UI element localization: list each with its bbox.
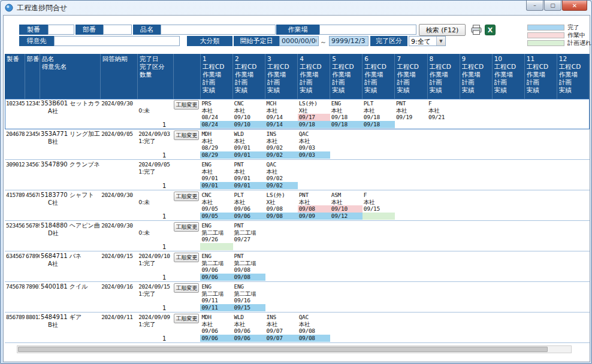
kanryo-kubun-value: 1:完了: [137, 290, 173, 298]
hinmei-input[interactable]: [161, 25, 276, 35]
process-cd: INS: [265, 314, 298, 321]
kaito-noki-value: 2024/09/11: [100, 314, 137, 321]
process-cell: [524, 160, 557, 190]
kanryobi-value: 2024/09/15: [137, 283, 173, 290]
search-button[interactable]: 検索 (F12): [419, 24, 466, 36]
buban-input[interactable]: [103, 25, 132, 35]
table-row[interactable]: 634567678905684711 バネA社2024/09/152024/09…: [5, 251, 590, 282]
process-plan-date: 09/17: [298, 114, 330, 121]
junhen-button[interactable]: 工順変更: [174, 314, 199, 323]
kaito-noki-value: 2024/09/30: [100, 192, 137, 199]
process-cell: [557, 99, 589, 129]
process-cell: [363, 313, 395, 343]
process-cell: [265, 282, 298, 313]
junhen-button[interactable]: 工順変更: [174, 222, 199, 232]
suryo-value: 1: [137, 335, 173, 342]
process-actual-date: 09/06: [233, 335, 265, 342]
kanryo-kubun-select[interactable]: 9:全て ▼: [409, 36, 446, 46]
process-workplace: 本社: [200, 107, 232, 114]
window-title: 工程進捗問合せ: [17, 3, 67, 13]
cell-seiban: 745678: [5, 282, 25, 313]
cell-hinmei: 3547890 クランプネジ: [40, 160, 100, 190]
table-row[interactable]: 10234512345353B601 セットカラーA社2024/09/300:未…: [5, 99, 590, 129]
table-row[interactable]: 856789880125484911 ギアB社2024/09/112024/09…: [5, 313, 590, 343]
cell-kaito-noki: 2024/09/11: [100, 313, 137, 343]
table-row[interactable]: 20467823456353A771 リング加工B社2024/09/052024…: [5, 129, 590, 160]
title-bar[interactable]: 工程進捗問合せ – ▢ ✕: [1, 1, 591, 15]
process-workplace: 第二工場: [200, 260, 232, 267]
scrollbar-thumb[interactable]: [18, 347, 548, 352]
process-workplace: 本社: [330, 199, 363, 206]
process-cd: WLD: [233, 131, 265, 138]
process-cell: PNT第二工場09/0809/08: [233, 251, 265, 282]
table-row[interactable]: 523456567895184880 ヘアピン曲げD社2024/09/300:未…: [5, 221, 590, 251]
process-plan-date: 09/27: [233, 236, 265, 243]
cell-kaito-noki: 2024/09/30: [100, 221, 137, 251]
daibunrui-label: 大分類: [187, 36, 232, 46]
header-process-3: 3工程CD作業場計画実績: [265, 54, 298, 99]
minimize-button[interactable]: –: [526, 1, 543, 11]
cell-kanryo: 0:未1: [137, 190, 173, 221]
legend: 完了作業中計画遅れ: [527, 23, 591, 47]
process-plan-date: 09/08: [298, 327, 330, 335]
process-actual-date: [233, 243, 265, 250]
process-actual-date: 09/18: [363, 121, 395, 128]
excel-export-button[interactable]: X: [484, 24, 496, 36]
legend-swatch: [527, 32, 564, 38]
minimize-icon: –: [533, 2, 536, 8]
header-buban-label: 部番: [27, 55, 40, 63]
tokuisaki-input[interactable]: [54, 36, 180, 46]
junhen-button[interactable]: 工順変更: [174, 283, 199, 293]
table-row[interactable]: 309012345673547890 クランプネジ2024/09/051:完了1…: [5, 160, 590, 190]
legend-label: 計画遅れ: [567, 39, 591, 47]
app-window: 工程進捗問合せ – ▢ ✕ 製番 部番 品名 作業場 検索 (F12) X 完了…: [0, 0, 592, 364]
cell-junhen: [173, 160, 200, 190]
buban-value: 78901: [25, 283, 40, 290]
chevron-down-icon: ▼: [436, 37, 445, 46]
process-actual-date: 09/14: [265, 121, 298, 128]
maximize-button[interactable]: ▢: [544, 1, 561, 11]
junhen-button[interactable]: 工順変更: [174, 131, 199, 140]
junhen-button[interactable]: 工順変更: [174, 253, 199, 262]
kaito-noki-value: 2024/09/30: [100, 100, 137, 107]
process-cd: PNT: [233, 222, 265, 229]
close-button[interactable]: ✕: [562, 1, 587, 11]
buban-value: 45678: [25, 192, 40, 199]
process-plan-date: 08/24: [200, 114, 232, 121]
junhen-button[interactable]: 工順変更: [174, 100, 199, 110]
process-plan-date: 09/19: [395, 114, 427, 121]
table-row[interactable]: 415789456785183770 シャフトC社2024/09/300:未1工…: [5, 190, 590, 221]
process-plan-date: 09/02: [265, 175, 298, 182]
header-process-11: 11工程CD作業場計画実績: [524, 54, 557, 99]
seiban-input[interactable]: [48, 25, 74, 35]
header-process-2: 2工程CD作業場計画実績: [233, 54, 265, 99]
process-workplace: 本社: [265, 107, 298, 114]
process-workplace: 本社: [233, 321, 265, 328]
tokuisaki-value: D社: [40, 230, 100, 237]
header-process-7: 7工程CD作業場計画実績: [395, 54, 427, 99]
process-cell: PLT本社09/1809/18: [363, 99, 395, 129]
header-hinmei-label: 品名: [42, 55, 100, 63]
seiban-value: 415789: [5, 192, 25, 199]
process-workplace: X社: [265, 199, 298, 206]
start-date-from-input[interactable]: [279, 36, 319, 46]
start-date-to-input[interactable]: [329, 36, 369, 46]
process-plan-date: 09/10: [330, 205, 363, 213]
header-process-5: 5工程CD作業場計画実績: [330, 54, 363, 99]
tokuisaki-value: B社: [40, 138, 100, 145]
header-process-6: 6工程CD作業場計画実績: [363, 54, 395, 99]
process-cell: [460, 221, 492, 251]
process-cell: INS本社09/0709/07: [265, 313, 298, 343]
cell-junhen: 工順変更: [173, 99, 200, 129]
process-cd: PNT: [233, 253, 265, 260]
process-cell: [330, 221, 363, 251]
horizontal-scrollbar[interactable]: [17, 345, 572, 353]
table-row[interactable]: 745678789015400181 クイル2024/09/162024/09/…: [5, 282, 590, 313]
cell-kanryo: 0:未1: [137, 221, 173, 251]
print-button[interactable]: [469, 24, 484, 36]
junhen-button[interactable]: 工順変更: [174, 192, 199, 201]
header-kaito-noki: 回答納期: [100, 54, 137, 99]
process-cell: PNT本社09/19: [395, 99, 427, 129]
sagyoba-input[interactable]: [319, 25, 416, 35]
hinmei-value: 5183770 シャフト: [40, 192, 100, 199]
